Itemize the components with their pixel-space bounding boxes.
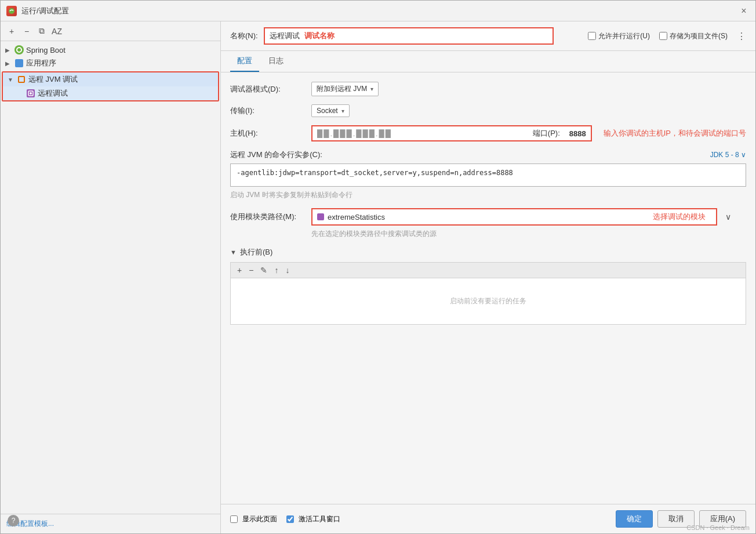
module-hint: 先在选定的模块类路径中搜索调试类的源 — [311, 229, 746, 239]
debugger-mode-label: 调试器模式(D): — [230, 84, 306, 95]
debugger-mode-arrow: ▾ — [370, 86, 373, 92]
transport-value: Socket — [317, 107, 338, 115]
tree-toolbar: + − ⧉ AZ — [1, 21, 220, 41]
sort-config-button[interactable]: AZ — [50, 25, 63, 38]
name-field-label: 名称(N): — [230, 31, 258, 41]
jvm-args-header: 远程 JVM 的命令行实参(C): JDK 5 - 8 ∨ — [230, 150, 746, 160]
save-to-file-checkbox[interactable] — [659, 32, 667, 40]
spring-boot-icon — [14, 45, 24, 55]
before-launch-toolbar: + − ✎ ↑ ↓ — [230, 262, 746, 278]
show-page-checkbox[interactable] — [230, 515, 238, 523]
save-to-file-label: 存储为项目文件(S) — [670, 31, 728, 41]
show-page-checkbox-item: 显示此页面 — [230, 514, 277, 524]
watermark: CSDN · Geek · Dream — [686, 524, 750, 531]
before-add-button[interactable]: + — [235, 265, 243, 275]
title-bar: 运行/调试配置 × — [1, 1, 755, 21]
allow-parallel-checkbox-item: 允许并行运行(U) — [588, 31, 650, 41]
debugger-mode-select[interactable]: 附加到远程 JVM ▾ — [311, 82, 379, 96]
tab-config[interactable]: 配置 — [230, 51, 259, 72]
host-annotation: 输入你调试的主机IP，和待会调试的端口号 — [604, 128, 746, 139]
port-label: 端口(P): — [533, 128, 560, 139]
module-annotation: 选择调试的模块 — [653, 212, 706, 222]
before-remove-button[interactable]: − — [247, 265, 255, 275]
dialog-icon — [6, 6, 17, 16]
ok-button[interactable]: 确定 — [616, 510, 653, 528]
before-launch-arrow: ▼ — [230, 249, 237, 256]
before-launch-label: 执行前(B) — [240, 247, 272, 257]
main-content: + − ⧉ AZ ▶ Spring Boot ▶ — [1, 21, 755, 533]
close-button[interactable]: × — [738, 5, 750, 17]
show-page-label: 显示此页面 — [242, 514, 277, 524]
allow-parallel-checkbox[interactable] — [588, 32, 596, 40]
module-icon — [317, 213, 324, 220]
jvm-args-value: -agentlib:jdwp=transport=dt_socket,serve… — [237, 169, 513, 177]
debugger-mode-row: 调试器模式(D): 附加到远程 JVM ▾ — [230, 82, 746, 96]
activate-window-checkbox[interactable] — [286, 515, 294, 523]
tree-item-app[interactable]: ▶ 应用程序 — [1, 56, 220, 70]
name-field-box: 远程调试 调试名称 — [264, 27, 554, 45]
transport-label: 传输(I): — [230, 106, 306, 116]
spring-boot-arrow: ▶ — [5, 47, 12, 53]
remove-config-button[interactable]: − — [20, 25, 33, 38]
dialog-title: 运行/调试配置 — [21, 6, 738, 16]
remote-jvm-highlight: ▼ 远程 JVM 调试 ▶ — [2, 71, 219, 101]
tree-item-spring-boot[interactable]: ▶ Spring Boot — [1, 43, 220, 56]
tree-item-remote-debug[interactable]: ▶ 远程调试 — [3, 86, 218, 100]
remote-jvm-label: 远程 JVM 调试 — [28, 74, 78, 85]
activate-window-label: 激活工具窗口 — [299, 514, 340, 524]
jvm-args-section: 远程 JVM 的命令行实参(C): JDK 5 - 8 ∨ -agentlib:… — [230, 150, 746, 200]
before-edit-button[interactable]: ✎ — [259, 265, 269, 275]
remote-jvm-icon — [17, 75, 26, 84]
transport-arrow: ▾ — [341, 108, 344, 114]
more-options-button[interactable]: ⋮ — [737, 31, 746, 42]
help-button[interactable]: ? — [8, 515, 19, 526]
edit-templates-section: 编辑配置模板... — [1, 514, 220, 533]
host-input[interactable] — [317, 129, 524, 138]
name-row: 名称(N): 远程调试 调试名称 允许并行运行(U) 存储为项目文件(S) ⋮ — [221, 21, 755, 51]
module-label: 使用模块类路径(M): — [230, 212, 306, 222]
host-port-box: 端口(P): 8888 — [311, 125, 592, 141]
svg-point-0 — [9, 8, 14, 14]
copy-config-button[interactable]: ⧉ — [35, 25, 48, 38]
module-dropdown-arrow[interactable]: ∨ — [725, 212, 731, 221]
jvm-args-box: -agentlib:jdwp=transport=dt_socket,serve… — [230, 164, 746, 187]
transport-control: Socket ▾ — [311, 104, 350, 117]
add-config-button[interactable]: + — [5, 25, 18, 38]
before-launch-section: ▼ 执行前(B) + − ✎ ↑ ↓ 启动前没有要运行的任务 — [230, 247, 746, 325]
host-label: 主机(H): — [230, 128, 306, 139]
jdk-link[interactable]: JDK 5 - 8 ∨ — [710, 151, 746, 159]
before-down-button[interactable]: ↓ — [284, 265, 291, 275]
save-to-file-checkbox-item: 存储为项目文件(S) — [659, 31, 728, 41]
transport-select[interactable]: Socket ▾ — [311, 104, 350, 117]
debugger-mode-control: 附加到远程 JVM ▾ — [311, 82, 379, 96]
tab-log[interactable]: 日志 — [261, 51, 290, 72]
activate-window-checkbox-item: 激活工具窗口 — [286, 514, 340, 524]
app-label: 应用程序 — [26, 58, 56, 68]
module-box: extremeStatistics 选择调试的模块 — [311, 208, 717, 226]
remote-jvm-arrow: ▼ — [8, 77, 14, 83]
tree-item-remote-jvm[interactable]: ▼ 远程 JVM 调试 — [3, 72, 218, 86]
allow-parallel-label: 允许并行运行(U) — [598, 31, 650, 41]
tabs-row: 配置 日志 — [221, 51, 755, 72]
module-name: extremeStatistics — [328, 213, 647, 221]
name-field-value: 远程调试 — [270, 31, 300, 41]
port-value: 8888 — [569, 129, 586, 138]
right-checkboxes: 允许并行运行(U) 存储为项目文件(S) ⋮ — [588, 31, 746, 42]
content-area: 调试器模式(D): 附加到远程 JVM ▾ 传输(I): Socket — [221, 72, 755, 504]
bottom-bar: 显示此页面 激活工具窗口 确定 取消 应用(A) — [221, 504, 755, 533]
before-launch-empty: 启动前没有要运行的任务 — [230, 278, 746, 325]
left-panel: + − ⧉ AZ ▶ Spring Boot ▶ — [1, 21, 221, 533]
before-launch-header: ▼ 执行前(B) — [230, 247, 746, 257]
debugger-mode-value: 附加到远程 JVM — [317, 84, 367, 94]
run-debug-config-dialog: 运行/调试配置 × + − ⧉ AZ ▶ Spring Boot — [0, 0, 756, 534]
before-launch-empty-text: 启动前没有要运行的任务 — [450, 296, 526, 306]
name-annotation: 调试名称 — [304, 31, 335, 41]
app-arrow: ▶ — [5, 60, 12, 67]
app-icon — [14, 59, 24, 68]
remote-debug-icon — [26, 89, 35, 98]
jvm-hint: 启动 JVM 时将实参复制并粘贴到命令行 — [230, 190, 746, 200]
spring-boot-label: Spring Boot — [26, 46, 66, 55]
module-row: 使用模块类路径(M): extremeStatistics 选择调试的模块 ∨ — [230, 208, 746, 226]
jvm-args-label: 远程 JVM 的命令行实参(C): — [230, 150, 322, 160]
before-up-button[interactable]: ↑ — [272, 265, 280, 275]
